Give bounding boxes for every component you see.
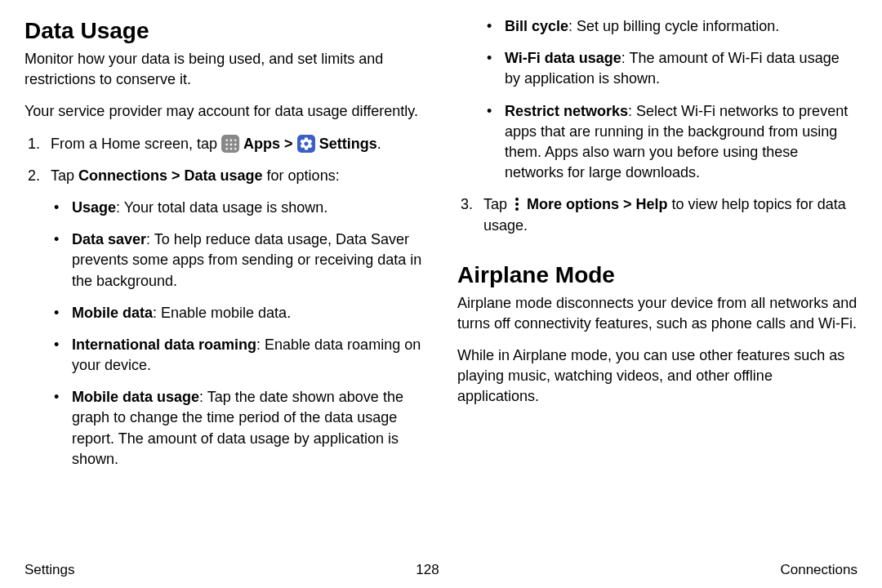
step-2: Tap Connections > Data usage for options… — [24, 166, 425, 470]
settings-label: Settings — [319, 136, 377, 152]
apps-icon — [221, 135, 239, 153]
steps-list-continued: Tap More options > Help to view help top… — [457, 194, 858, 247]
option-mobile-data-usage-label: Mobile data usage — [72, 389, 199, 405]
options-list: Usage: Your total data usage is shown. D… — [51, 198, 425, 470]
option-restrict-networks: Restrict networks: Select Wi-Fi networks… — [483, 101, 858, 184]
airplane-mode-heading: Airplane Mode — [457, 262, 858, 288]
step-2-post: for options: — [263, 167, 340, 184]
intro-text-2: Your service provider may account for da… — [24, 101, 425, 122]
footer-right: Connections — [780, 562, 858, 578]
option-mobile-data-usage: Mobile data usage: Tap the date shown ab… — [51, 387, 425, 470]
step-3: Tap More options > Help to view help top… — [457, 194, 858, 235]
step-3-bold: More options > Help — [523, 196, 668, 212]
option-mobile-data-text: : Enable mobile data. — [153, 305, 291, 321]
option-bill-cycle: Bill cycle: Set up billing cycle informa… — [483, 16, 858, 37]
option-restrict-networks-label: Restrict networks — [505, 103, 628, 119]
option-bill-cycle-text: : Set up billing cycle information. — [568, 18, 779, 34]
options-list-continued: Bill cycle: Set up billing cycle informa… — [457, 16, 858, 194]
step-1-post: . — [377, 136, 381, 152]
option-bill-cycle-label: Bill cycle — [505, 18, 568, 34]
settings-icon — [297, 135, 315, 153]
option-intl-roaming-label: International data roaming — [72, 336, 256, 353]
option-data-saver-label: Data saver — [72, 231, 146, 247]
step-1-pre: From a Home screen, tap — [51, 136, 221, 152]
intro-text-1: Monitor how your data is being used, and… — [24, 49, 425, 90]
step-2-pre: Tap — [51, 167, 78, 184]
breadcrumb-separator: > — [284, 136, 297, 152]
option-wifi-usage: Wi-Fi data usage: The amount of Wi-Fi da… — [483, 48, 858, 89]
option-usage: Usage: Your total data usage is shown. — [51, 198, 425, 218]
airplane-p1: Airplane mode disconnects your device fr… — [457, 293, 858, 334]
option-data-saver: Data saver: To help reduce data usage, D… — [51, 229, 425, 292]
option-intl-roaming: International data roaming: Enable data … — [51, 335, 425, 376]
right-column: Bill cycle: Set up billing cycle informa… — [457, 16, 858, 555]
apps-label: Apps — [243, 136, 280, 152]
airplane-p2: While in Airplane mode, you can use othe… — [457, 345, 858, 408]
step-2-bold: Connections > Data usage — [78, 167, 263, 184]
data-usage-heading: Data Usage — [24, 18, 425, 44]
option-mobile-data-label: Mobile data — [72, 305, 153, 321]
step-3-pre: Tap — [483, 196, 511, 212]
steps-list: From a Home screen, tap Apps > Settings.… — [24, 134, 425, 481]
step-1: From a Home screen, tap Apps > Settings. — [24, 134, 425, 154]
page-columns: Data Usage Monitor how your data is bein… — [24, 16, 858, 555]
option-mobile-data: Mobile data: Enable mobile data. — [51, 303, 425, 323]
left-column: Data Usage Monitor how your data is bein… — [24, 16, 425, 555]
page-footer: Settings 128 Connections — [24, 562, 858, 578]
footer-page-number: 128 — [416, 562, 439, 578]
option-usage-label: Usage — [72, 199, 116, 216]
footer-left: Settings — [24, 562, 74, 578]
option-usage-text: : Your total data usage is shown. — [116, 199, 327, 216]
option-wifi-usage-label: Wi-Fi data usage — [505, 50, 621, 66]
more-options-icon — [511, 196, 523, 214]
